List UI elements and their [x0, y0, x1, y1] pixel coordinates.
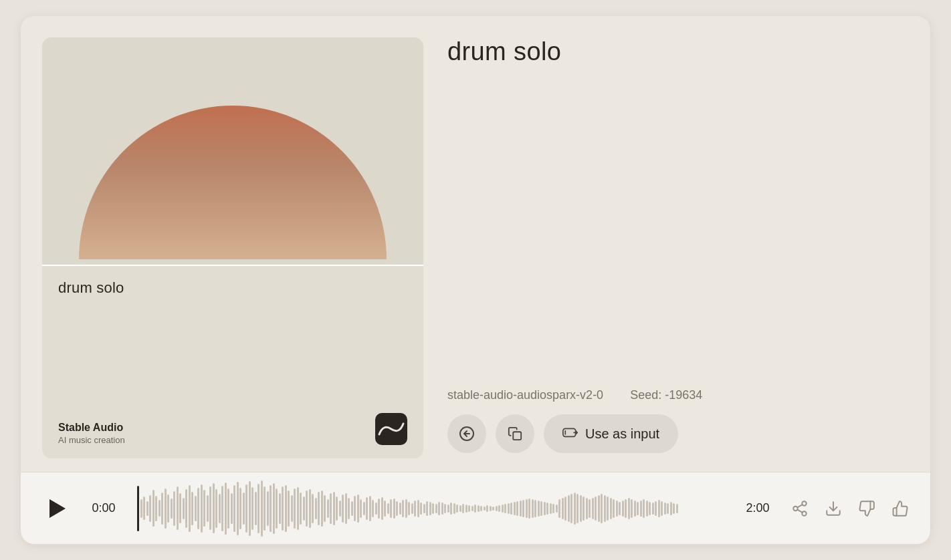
waveform-bar — [191, 492, 193, 525]
svg-rect-3 — [513, 432, 521, 440]
waveform-bar — [586, 498, 588, 519]
waveform-bar — [285, 485, 287, 532]
waveform-bar — [570, 494, 572, 523]
waveform-bar — [149, 495, 151, 522]
waveform-bar — [516, 501, 518, 516]
waveform-bar — [167, 495, 169, 523]
current-time: 0:00 — [86, 501, 121, 515]
content-area: drum solo Stable Audio AI music creation… — [21, 16, 930, 472]
waveform-bar — [538, 501, 540, 517]
waveform-bar — [471, 506, 473, 511]
use-as-input-button[interactable]: Use as input — [544, 414, 678, 453]
waveform-bar — [625, 499, 627, 518]
svg-line-10 — [797, 509, 802, 512]
waveform-bar — [294, 488, 296, 529]
waveform-bar — [480, 506, 482, 511]
waveform-bar — [420, 503, 422, 515]
waveform-bar — [655, 501, 657, 516]
waveform-bar — [183, 498, 185, 519]
waveform-container[interactable] — [137, 485, 724, 532]
copy-button[interactable] — [496, 414, 534, 453]
player-bar: 0:00 2:00 — [21, 472, 930, 544]
waveform-bar — [195, 496, 197, 521]
waveform-bar — [197, 488, 199, 529]
back-button[interactable] — [447, 414, 486, 453]
waveform-bar — [243, 493, 245, 525]
waveform-bar — [423, 504, 425, 513]
waveform-bar — [478, 505, 480, 512]
waveform-bar — [438, 502, 440, 515]
waveform-bar — [171, 499, 173, 519]
meta-row: stable-audio-audiosparx-v2-0 Seed: -1963… — [447, 388, 909, 402]
waveform-bar — [450, 503, 452, 515]
waveform-bar — [456, 505, 458, 513]
waveform-bar — [173, 491, 175, 526]
waveform-bar — [215, 489, 217, 528]
waveform-bar — [387, 503, 389, 514]
waveform-bar — [496, 506, 498, 511]
svg-line-11 — [797, 505, 802, 507]
waveform-bar — [303, 497, 305, 521]
waveform-bar — [498, 505, 500, 512]
waveform-bar — [453, 503, 455, 514]
waveform-bar — [231, 493, 233, 524]
waveform-bar — [520, 501, 522, 517]
like-button[interactable] — [891, 500, 909, 517]
svg-marker-6 — [49, 499, 66, 518]
waveform-bar — [465, 505, 467, 513]
waveform-bar — [309, 489, 311, 528]
play-button[interactable] — [42, 495, 70, 523]
brand-name: Stable Audio — [58, 422, 125, 434]
waveform-bar — [219, 494, 221, 523]
waveform-bar — [155, 496, 157, 521]
waveform-bar — [534, 500, 536, 517]
album-card: drum solo Stable Audio AI music creation — [42, 37, 423, 458]
waveform-bar — [634, 501, 636, 517]
waveform-bar — [637, 502, 639, 515]
waveform-bar — [209, 486, 211, 530]
waveform-bar — [652, 503, 654, 515]
waveform-bar — [414, 501, 416, 517]
waveform-bar — [270, 485, 272, 532]
waveform-bar — [508, 503, 510, 514]
waveform-bar — [378, 499, 380, 519]
download-button[interactable] — [825, 500, 842, 517]
waveform-bar — [592, 498, 594, 519]
waveform-bar — [502, 505, 504, 513]
waveform-bar — [390, 499, 392, 518]
waveform-bar — [610, 498, 612, 519]
seed-label: Seed: -19634 — [630, 388, 702, 402]
waveform-bar — [426, 501, 428, 516]
waveform-bar — [522, 500, 524, 517]
share-button[interactable] — [791, 500, 809, 517]
waveform-bar — [631, 499, 633, 518]
waveform-bar — [486, 505, 488, 512]
waveform-bar — [345, 493, 347, 524]
waveform-bar — [484, 507, 486, 511]
waveform-bar — [411, 503, 413, 514]
waveform-bar — [348, 498, 350, 519]
waveform-bar — [435, 504, 437, 513]
waveform-bar — [263, 486, 266, 531]
waveform-bar — [393, 499, 395, 519]
waveform-bar — [598, 495, 600, 522]
waveform-bar — [225, 482, 227, 535]
waveform-bar — [227, 488, 229, 529]
waveform-bar — [658, 500, 660, 517]
player-actions — [791, 500, 909, 517]
brand-subtitle: AI music creation — [58, 435, 125, 445]
waveform-bar — [351, 501, 353, 516]
waveform-bar — [321, 491, 323, 527]
waveform-bar — [546, 503, 548, 515]
waveform-bar — [372, 500, 374, 517]
waveform-bar — [297, 487, 299, 530]
waveform-bar — [661, 501, 663, 516]
brand-logo-icon — [375, 413, 407, 445]
waveform-bar — [595, 497, 597, 521]
album-art — [42, 37, 423, 265]
waveform-bar — [276, 488, 278, 529]
waveform-bar — [261, 480, 263, 537]
waveform-bar — [282, 486, 284, 531]
waveform-bar — [504, 504, 506, 513]
dislike-button[interactable] — [858, 500, 875, 517]
